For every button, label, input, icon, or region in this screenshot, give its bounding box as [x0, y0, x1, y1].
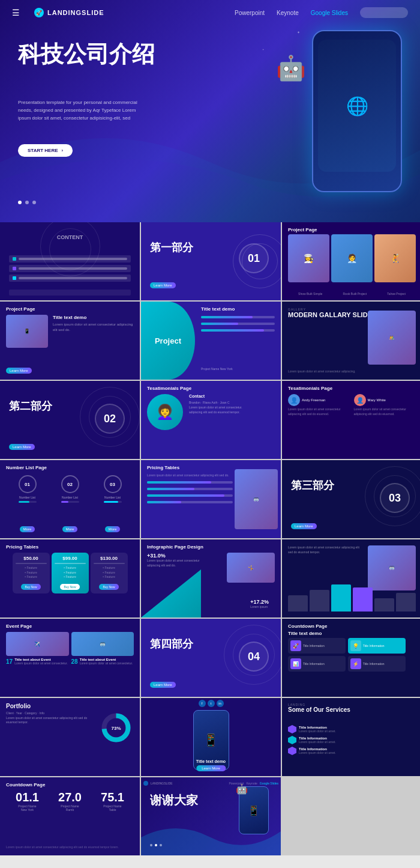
content-items	[9, 255, 131, 282]
project-page-label: Project Page	[288, 227, 317, 232]
project-label: Project	[155, 336, 181, 345]
start-button[interactable]: START HERE ›	[18, 144, 73, 157]
dot-2[interactable]	[25, 201, 29, 204]
slide-pricing-left: Pricing Tables $50.00 • Feature• Feature…	[0, 539, 140, 618]
hero-subtitle: Presentation template for your personal …	[18, 99, 138, 122]
slide-thankyou: LANDINGSLIDE Powerpoint Keynote Google S…	[141, 777, 281, 855]
section2-cn: 第二部分	[9, 399, 52, 413]
phone-screen: 🌐	[318, 40, 396, 172]
slide-project-page-2: Project Page 📱 Title text demo Lorem ips…	[0, 302, 140, 380]
project-page-2-label: Project Page	[6, 306, 35, 312]
section4-cn: 第四部分	[150, 637, 193, 651]
slide-infographic: Infographic Page Design 🤸 +31.0% Lorem i…	[141, 539, 281, 618]
slide-services: LANDING Some of Our Services Title Infor…	[282, 698, 420, 776]
dot-3[interactable]	[32, 201, 36, 204]
slide-phone-mockup: f t in 📱 Title text demo Learn More	[141, 698, 281, 776]
slide-section1: 第一部分 01 Learn More	[141, 222, 281, 300]
slide-title-demo: Project Title text demo Project Name New…	[141, 302, 281, 380]
slide-portfolio: Portfolio Client · Year · Category · Inf…	[0, 698, 140, 776]
nav-google[interactable]: Google Slides	[311, 10, 348, 16]
astronaut-icon: 🤖	[276, 54, 306, 82]
nav-links: Powerpoint Keynote Google Slides	[235, 7, 408, 18]
nav-keynote[interactable]: Keynote	[277, 10, 299, 16]
slide-testimonials-2: Tesatimonials Page 👤 Andy Freeman Lorem …	[282, 381, 420, 459]
slide-testimonials-contact: Tesatimonials Page 👩‍🦱 Contact Brandon ·…	[141, 381, 281, 459]
svg-text:73%: 73%	[111, 726, 121, 731]
content-label: CONTENT	[57, 234, 83, 240]
phone-body: 🌐	[312, 30, 402, 192]
slide-chart: 🥽 Lorem ipsum dolor sit amet consectetur…	[282, 539, 420, 618]
section3-cn: 第三部分	[291, 478, 334, 493]
slide-countdown-bottom: Countdown Page 01.1 Project NameNew York…	[0, 777, 140, 855]
slide-section4: 第四部分 04 Learn More	[141, 619, 281, 697]
slide-countdown-top: Countdown Page Title text demo 🚀 Title I…	[282, 619, 420, 697]
logo: 🚀 LANDINGSLIDE	[34, 8, 104, 17]
slide-section2: 第二部分 02 Learn More	[0, 381, 140, 459]
slide-section3: 第三部分 03 Learn More	[282, 460, 420, 538]
logo-icon: 🚀	[34, 8, 44, 17]
star2: ✦	[262, 48, 264, 51]
nav-powerpoint[interactable]: Powerpoint	[235, 10, 265, 16]
slide-event-page: Event Page ✈️ 17 Title text about Event …	[0, 619, 140, 697]
slide-content: CONTENT	[0, 222, 140, 300]
slide-project-page-1: Project Page 👩‍🍳 🧑‍💼 🤾 Show Built Simple…	[282, 222, 420, 300]
learn-btn[interactable]: Learn More	[150, 282, 176, 288]
search-bar[interactable]	[360, 7, 408, 18]
menu-icon[interactable]: ☰	[12, 8, 20, 17]
slide-grid: CONTENT 第一部分 01 Learn More	[0, 222, 420, 855]
hero-dots	[18, 201, 36, 204]
hero-section: ☰ 🚀 LANDINGSLIDE Powerpoint Keynote Goog…	[0, 0, 420, 222]
hero-nav: ☰ 🚀 LANDINGSLIDE Powerpoint Keynote Goog…	[0, 0, 420, 25]
dot-1[interactable]	[18, 201, 22, 204]
arrow-icon: ›	[62, 148, 64, 153]
hero-title: 科技公司介绍	[18, 42, 155, 67]
slide-modern-gallery: GALLERY MODERN GALLARY SLIDE 🤼‍♂️ Lorem …	[282, 302, 420, 380]
slide-pricing-tables-mid: Pricing Tables Lorem ipsum dolor sit ame…	[141, 460, 281, 538]
phone-content: 🌐	[346, 96, 368, 117]
slide-number-list: Number List Page 01 Number List 02 Numbe…	[0, 460, 140, 538]
num01: 01	[248, 252, 260, 265]
hero-phone: 🤖 🌐	[276, 24, 408, 216]
section1-cn: 第一部分	[150, 240, 193, 255]
